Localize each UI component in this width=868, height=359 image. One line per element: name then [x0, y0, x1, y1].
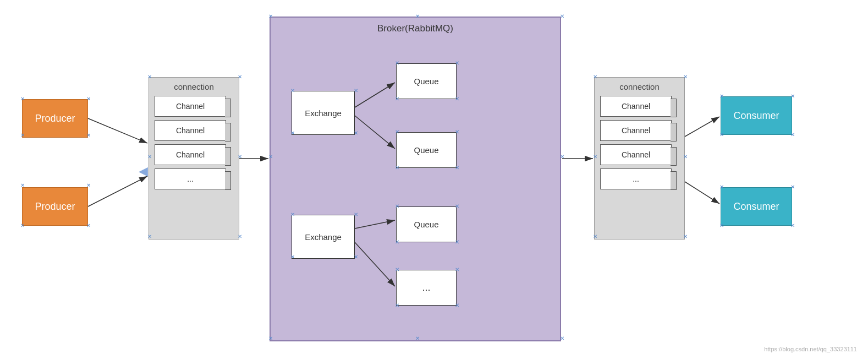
dots-broker: ... [396, 270, 457, 306]
consumer-2: Consumer [721, 187, 792, 226]
channel-right-dots: ... [600, 168, 672, 189]
consumer-1-label: Consumer [733, 110, 779, 122]
channel-left-dots: ... [155, 168, 226, 189]
consumer-2-label: Consumer [733, 201, 779, 213]
producer-1: Producer [22, 99, 88, 138]
connection-left: connection Channel Channel Channel ... [149, 77, 239, 240]
channel-right-2: Channel [600, 120, 672, 141]
watermark: https://blog.csdn.net/qq_33323111 [764, 346, 857, 352]
channel-left-2: Channel [155, 120, 226, 141]
svg-line-10 [685, 117, 719, 137]
diagram-container: Producer Producer connection Channel Cha… [0, 0, 868, 359]
exchange-2: Exchange [292, 215, 355, 259]
queue-1: Queue [396, 63, 457, 99]
svg-line-3 [88, 176, 147, 206]
queue-3: Queue [396, 206, 457, 242]
exchange-1: Exchange [292, 91, 355, 135]
channel-left-3: Channel [155, 144, 226, 165]
producer-2-label: Producer [35, 201, 75, 213]
consumer-1: Consumer [721, 96, 792, 135]
left-arrow-indicator: ◀ [139, 164, 148, 178]
svg-line-2 [88, 118, 147, 143]
connection-right-label: connection [600, 82, 679, 91]
channel-right-1: Channel [600, 96, 672, 117]
producer-1-label: Producer [35, 113, 75, 124]
queue-2: Queue [396, 132, 457, 168]
channel-left-1: Channel [155, 96, 226, 117]
connection-right: connection Channel Channel Channel ... [594, 77, 685, 240]
svg-line-11 [685, 182, 719, 204]
connection-left-label: connection [155, 82, 233, 91]
broker-label: Broker(RabbitMQ) [271, 23, 560, 34]
producer-2: Producer [22, 187, 88, 226]
channel-right-3: Channel [600, 144, 672, 165]
